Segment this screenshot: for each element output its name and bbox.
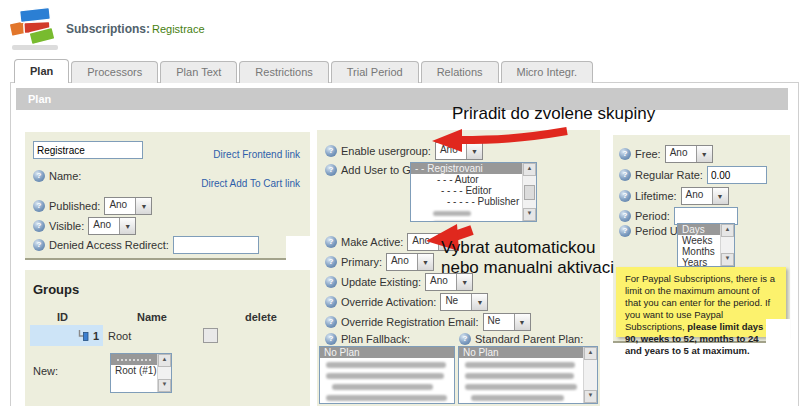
scrollbar[interactable]: ▲ ▼ xyxy=(522,163,536,221)
chevron-down-icon[interactable]: ▼ xyxy=(696,146,712,162)
regular-rate-label: Regular Rate: xyxy=(635,169,703,181)
denied-redirect-row: ? Denied Access Redirect: xyxy=(33,236,259,254)
list-item[interactable]: Years xyxy=(678,257,720,266)
tab-plan-text[interactable]: Plan Text xyxy=(160,61,237,83)
chevron-down-icon[interactable]: ▼ xyxy=(417,254,433,270)
direct-frontend-link[interactable]: Direct Frontend link xyxy=(213,149,300,160)
primary-select[interactable]: Ano ▼ xyxy=(386,253,434,271)
scroll-down-icon[interactable]: ▼ xyxy=(721,253,734,266)
visible-select[interactable]: Ano ▼ xyxy=(88,217,136,235)
page-title: Subscriptions: xyxy=(66,22,150,36)
redacted-item xyxy=(433,211,471,216)
tab-restrictions[interactable]: Restrictions xyxy=(239,61,328,83)
scrollbar[interactable]: ▲ ▼ xyxy=(583,347,597,403)
scroll-up-icon[interactable]: ▲ xyxy=(721,224,734,237)
groups-heading: Groups xyxy=(33,282,79,297)
help-icon[interactable]: ? xyxy=(33,170,45,182)
tree-node-icon xyxy=(77,329,90,342)
help-icon[interactable]: ? xyxy=(619,190,631,202)
help-icon[interactable]: ? xyxy=(619,210,631,222)
help-icon[interactable]: ? xyxy=(619,148,631,160)
list-item[interactable]: Root (#1) xyxy=(111,365,157,376)
redacted-item xyxy=(332,384,433,390)
override-email-select[interactable]: Ne ▼ xyxy=(483,313,531,331)
help-icon[interactable]: ? xyxy=(619,225,631,237)
plan-fallback-label: Plan Fallback: xyxy=(341,333,410,345)
help-icon[interactable]: ? xyxy=(459,333,471,345)
tab-processors[interactable]: Processors xyxy=(71,61,158,83)
denied-redirect-input[interactable] xyxy=(173,236,259,254)
scroll-thumb[interactable] xyxy=(524,185,535,200)
scroll-up-icon[interactable]: ▲ xyxy=(523,163,536,176)
scroll-down-icon[interactable]: ▼ xyxy=(523,208,536,221)
redacted-item xyxy=(465,384,577,390)
period-unit-listbox[interactable]: Days Weeks Months Years ▲ ▼ xyxy=(677,223,735,267)
published-select[interactable]: Ano ▼ xyxy=(104,197,152,215)
redacted-item xyxy=(471,395,564,401)
annotation-activation-line2: nebo manualni aktivaci xyxy=(441,258,614,277)
regular-rate-input[interactable] xyxy=(707,166,767,184)
list-item[interactable]: Days xyxy=(678,224,720,235)
delete-checkbox[interactable] xyxy=(203,328,218,343)
plan-basics-panel: Direct Frontend link ? Name: Direct Add … xyxy=(25,132,310,260)
name-field-row: ? Name: xyxy=(33,170,81,182)
help-icon[interactable]: ? xyxy=(325,236,337,248)
list-item[interactable]: Months xyxy=(678,246,720,257)
chevron-down-icon[interactable]: ▼ xyxy=(471,294,487,310)
override-activation-select[interactable]: Ne ▼ xyxy=(440,293,488,311)
list-item[interactable]: No Plan xyxy=(320,347,454,358)
help-icon[interactable]: ? xyxy=(325,164,337,176)
scroll-down-icon[interactable]: ▼ xyxy=(158,379,171,392)
tab-trial-period[interactable]: Trial Period xyxy=(331,61,419,83)
help-icon[interactable]: ? xyxy=(33,239,45,251)
tab-plan[interactable]: Plan xyxy=(14,59,69,83)
help-icon[interactable]: ? xyxy=(325,145,337,157)
chevron-down-icon[interactable]: ▼ xyxy=(712,188,728,204)
standard-parent-row: ? Standard Parent Plan: xyxy=(459,333,583,345)
tab-relations[interactable]: Relations xyxy=(421,61,499,83)
help-icon[interactable]: ? xyxy=(325,333,337,345)
separator-option[interactable] xyxy=(111,354,157,365)
list-item[interactable]: Weeks xyxy=(678,235,720,246)
redacted-item xyxy=(465,362,575,368)
scroll-up-icon[interactable]: ▲ xyxy=(584,347,597,360)
help-icon[interactable]: ? xyxy=(33,200,45,212)
add-user-listbox[interactable]: - - Registrovani - - - Autor - - - - Edi… xyxy=(410,162,537,222)
new-group-listbox[interactable]: Root (#1) ▲ ▼ xyxy=(110,353,172,393)
tab-micro-integr[interactable]: Micro Integr. xyxy=(501,61,594,83)
list-item[interactable]: - - - Autor xyxy=(411,174,522,185)
group-id-cell[interactable]: 1 xyxy=(30,325,103,346)
scrollbar[interactable]: ▲ ▼ xyxy=(157,354,171,392)
lifetime-select[interactable]: Ano ▼ xyxy=(681,187,729,205)
help-icon[interactable]: ? xyxy=(325,256,337,268)
help-icon[interactable]: ? xyxy=(33,220,45,232)
scroll-down-icon[interactable]: ▼ xyxy=(584,390,597,403)
scroll-up-icon[interactable]: ▲ xyxy=(158,354,171,367)
list-item[interactable]: - - Registrovani xyxy=(411,163,522,174)
direct-add-to-cart-link[interactable]: Direct Add To Cart link xyxy=(201,178,300,189)
paypal-note: For Paypal Subscriptions, there is a lim… xyxy=(616,267,786,337)
help-icon[interactable]: ? xyxy=(325,296,337,308)
listbox-items: - - Registrovani - - - Autor - - - - Edi… xyxy=(411,163,522,221)
plan-fallback-listbox[interactable]: No Plan xyxy=(319,346,455,404)
chevron-down-icon[interactable]: ▼ xyxy=(119,218,135,234)
enable-usergroup-select[interactable]: Ano ▼ xyxy=(435,142,483,160)
primary-label: Primary: xyxy=(341,256,382,268)
list-item[interactable]: No Plan xyxy=(459,347,583,358)
section-title-bar: Plan xyxy=(16,88,788,110)
free-select[interactable]: Ano ▼ xyxy=(665,145,713,163)
list-item[interactable]: - - - - - Publisher xyxy=(411,196,522,207)
redacted-item xyxy=(465,373,574,379)
chevron-down-icon[interactable]: ▼ xyxy=(135,198,151,214)
listbox-items: No Plan xyxy=(320,347,454,403)
scrollbar[interactable]: ▲ ▼ xyxy=(720,224,734,266)
chevron-down-icon[interactable]: ▼ xyxy=(514,314,530,330)
standard-parent-listbox[interactable]: No Plan ▲ ▼ xyxy=(458,346,598,404)
help-icon[interactable]: ? xyxy=(619,169,631,181)
chevron-down-icon[interactable]: ▼ xyxy=(466,143,482,159)
list-item[interactable]: - - - - Editor xyxy=(411,185,522,196)
help-icon[interactable]: ? xyxy=(325,276,337,288)
free-row: ? Free: Ano ▼ xyxy=(619,145,713,163)
help-icon[interactable]: ? xyxy=(325,316,337,328)
plan-name-input[interactable] xyxy=(33,141,143,159)
